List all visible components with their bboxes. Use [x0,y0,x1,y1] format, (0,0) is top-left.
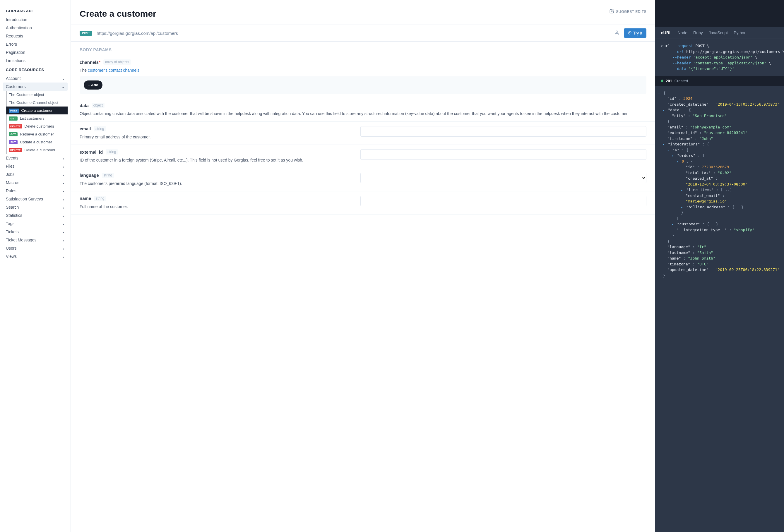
code-panel: cURLNodeRubyJavaScriptPython curl --requ… [655,0,784,532]
param-name-block: name string Full name of the customer. [71,191,655,214]
code-spacer [655,0,784,27]
language-select[interactable] [360,173,646,183]
sidebar-item[interactable]: Search [3,203,67,211]
email-input[interactable] [360,126,646,137]
subnav-item[interactable]: GETRetrieve a customer [6,130,67,138]
sidebar-item[interactable]: Tickets [3,228,67,236]
method-badge: POST [9,109,19,113]
sidebar-section-api: GORGIAS API [3,6,67,16]
status-code: 201 [666,79,672,83]
subnav-label: Retrieve a customer [20,132,54,136]
subnav-item[interactable]: The CustomerChannel object [6,99,67,107]
sidebar-item[interactable]: Macros [3,178,67,187]
sidebar-item[interactable]: Ticket Messages [3,236,67,244]
sidebar-item-label: Events [6,156,19,160]
tree-toggle-icon[interactable]: ▾ [658,91,661,95]
endpoint-bar: POST https://gorgias.gorgias.com/api/cus… [71,25,655,41]
sidebar-item-label: Customers [6,84,26,89]
subnav-label: The CustomerChannel object [9,100,58,105]
tree-toggle-icon[interactable]: ▾ [667,148,670,152]
subnav-item[interactable]: DELETEDelete customers [6,122,67,130]
suggest-edits-button[interactable]: SUGGEST EDITS [610,9,646,14]
subnav-label: Create a customer [21,108,53,113]
sidebar-item[interactable]: Pagination [3,48,67,57]
chevron-right-icon [62,206,65,209]
sidebar-item[interactable]: Statistics [3,211,67,219]
sidebar-item[interactable]: Limitations [3,57,67,65]
param-name: email [80,126,91,131]
code-tab[interactable]: cURL [661,30,672,35]
tree-toggle-icon[interactable]: ▸ [681,205,684,209]
add-button[interactable]: + Add [84,81,103,90]
sidebar-item-account[interactable]: Account [3,74,67,83]
tree-toggle-icon[interactable]: ▾ [663,142,666,147]
subnav-item[interactable]: GETList customers [6,114,67,122]
sidebar-item[interactable]: Introduction [3,16,67,24]
tree-toggle-icon[interactable]: ▸ [681,188,684,192]
body-params-title: BODY PARAMS [71,41,655,55]
sidebar-item-label: Jobs [6,172,15,177]
svg-marker-2 [629,32,630,33]
sidebar-item[interactable]: Events [3,154,67,162]
param-type: string [106,149,118,154]
sidebar-item[interactable]: Users [3,244,67,252]
external-id-input[interactable] [360,149,646,160]
subnav-item[interactable]: POSTCreate a customer [6,107,67,114]
chevron-right-icon [62,198,65,201]
param-type: array of objects [103,59,131,65]
sidebar-item[interactable]: Requests [3,32,67,40]
sidebar-item-label: Macros [6,180,19,185]
name-input[interactable] [360,196,646,206]
chevron-right-icon [62,222,65,225]
sidebar-item[interactable]: Tags [3,219,67,228]
add-box: + Add [80,77,646,94]
sidebar-item-label: Satisfaction Surveys [6,197,43,201]
param-name: external_id [80,150,103,154]
json-response: ▾ { "id" : 3924 "created_datetime" : "20… [655,86,784,283]
sidebar-item[interactable]: Files [3,162,67,170]
code-tab[interactable]: Ruby [693,30,703,35]
suggest-edits-label: SUGGEST EDITS [616,10,646,14]
sidebar-item-label: Users [6,246,17,250]
sidebar-item-label: Tickets [6,230,19,234]
play-icon [628,31,632,35]
sidebar-item[interactable]: Views [3,252,67,261]
tree-toggle-icon[interactable]: ▾ [677,159,679,164]
subnav-item[interactable]: DELETEDelete a customer [6,146,67,154]
endpoint-url: https://gorgias.gorgias.com/api/customer… [96,31,610,36]
page-title: Create a customer [80,9,156,19]
method-badge: GET [9,132,18,136]
chevron-right-icon [62,189,65,192]
response-status-bar[interactable]: 201 Created [655,76,784,86]
code-tab[interactable]: Python [734,30,747,35]
sidebar-item-label: Ticket Messages [6,238,36,242]
sidebar-item-customers[interactable]: Customers [3,83,67,91]
sidebar-item[interactable]: Rules [3,187,67,195]
tree-toggle-icon[interactable]: ▾ [663,108,666,112]
sidebar-item[interactable]: Errors [3,40,67,48]
subnav-item[interactable]: The Customer object [6,91,67,99]
sidebar-item[interactable]: Satisfaction Surveys [3,195,67,203]
tree-toggle-icon[interactable]: ▸ [672,222,675,227]
chevron-right-icon [62,255,65,258]
try-it-button[interactable]: Try It [624,28,646,38]
method-badge: DELETE [9,124,22,128]
code-tab[interactable]: JavaScript [709,30,728,35]
param-name: name [80,196,91,201]
param-data: data object Object containing custom dat… [71,98,655,121]
sidebar-item-label: Search [6,205,19,209]
svg-point-0 [616,31,618,32]
main-content: Create a customer SUGGEST EDITS POST htt… [71,0,655,532]
subnav-label: Delete a customer [25,148,56,152]
sidebar-item[interactable]: Jobs [3,170,67,178]
user-icon[interactable] [614,30,619,36]
chevron-right-icon [62,181,65,184]
sidebar-item[interactable]: Authentication [3,24,67,32]
param-desc: The customer's contact channels. [80,67,646,73]
chevron-right-icon [62,77,65,80]
param-type: object [92,103,105,108]
subnav-item[interactable]: PUTUpdate a customer [6,138,67,146]
param-link[interactable]: customer's contact channels [88,68,139,72]
code-tab[interactable]: Node [678,30,688,35]
tree-toggle-icon[interactable]: ▾ [672,154,675,158]
